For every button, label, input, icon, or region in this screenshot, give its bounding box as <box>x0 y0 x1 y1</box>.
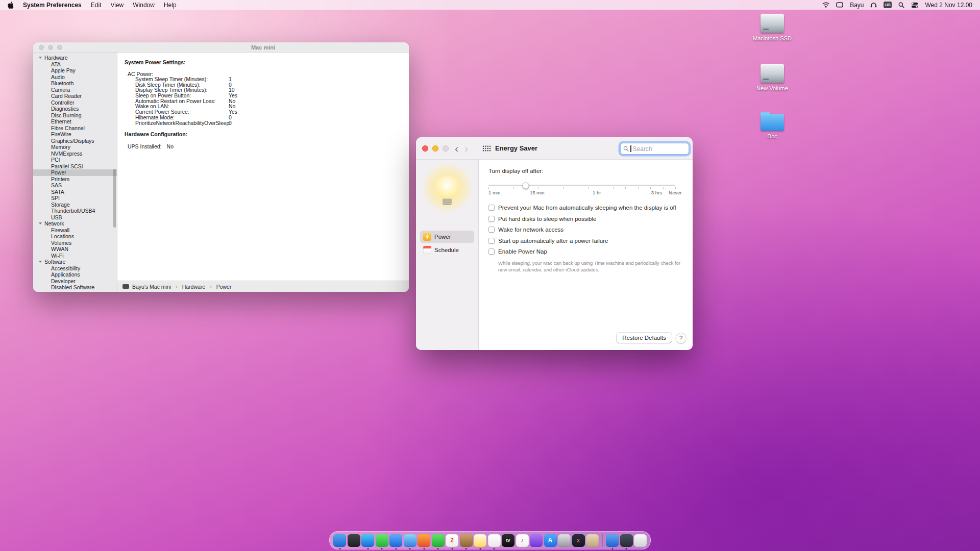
dock-icon-dark-app[interactable]: x <box>572 534 585 547</box>
sidebar-section-software[interactable]: Software <box>33 259 117 265</box>
checkbox-row-put-hard-disks-to[interactable]: Put hard disks to sleep when possible <box>488 216 693 222</box>
close-button[interactable] <box>39 45 44 50</box>
checkbox[interactable] <box>488 216 495 222</box>
menu-edit[interactable]: Edit <box>91 2 102 9</box>
sidebar-scrollbar[interactable] <box>113 169 116 228</box>
dock-icon-mail[interactable] <box>389 534 402 547</box>
dock-icon-system-preferences[interactable] <box>606 534 619 547</box>
sidebar-item-storage[interactable]: Storage <box>33 202 117 208</box>
minimize-button[interactable] <box>432 145 438 152</box>
dock-icon-calendar[interactable]: 2 <box>446 534 458 547</box>
sidebar-item-camera[interactable]: Camera <box>33 87 117 93</box>
zoom-button[interactable] <box>443 145 449 152</box>
menu-help[interactable]: Help <box>164 2 177 9</box>
sidebar-item-developer[interactable]: Developer <box>33 278 117 285</box>
breadcrumb-item-hardware[interactable]: Hardware <box>182 284 206 290</box>
sidebar-item-volumes[interactable]: Volumes <box>33 240 117 246</box>
sidebar-item-controller[interactable]: Controller <box>33 99 117 106</box>
spotlight-icon[interactable] <box>898 2 904 8</box>
menu-system-preferences[interactable]: System Preferences <box>23 2 82 9</box>
disclosure-triangle-icon[interactable] <box>39 222 42 224</box>
sidebar-item-spi[interactable]: SPI <box>33 195 117 202</box>
checkbox[interactable] <box>488 248 495 255</box>
sidebar-item-nvmexpress[interactable]: NVMExpress <box>33 151 117 157</box>
control-center-icon[interactable] <box>911 2 918 8</box>
checkbox-row-wake-for-network-access[interactable]: Wake for network access <box>488 227 693 233</box>
dock-icon-tv[interactable]: tv <box>502 534 514 547</box>
sidebar-item-power[interactable]: Power <box>420 231 474 243</box>
input-source-badge[interactable]: US <box>884 2 892 8</box>
forward-button[interactable]: › <box>464 145 468 152</box>
slider-track[interactable] <box>488 185 675 186</box>
sysinfo-titlebar[interactable]: Mac mini <box>33 42 409 53</box>
sidebar-item-wwan[interactable]: WWAN <box>33 246 117 253</box>
breadcrumb-item-bayu-s-mac-mini[interactable]: Bayu's Mac mini <box>132 284 171 290</box>
sidebar-item-sata[interactable]: SATA <box>33 189 117 195</box>
sidebar-item-firewall[interactable]: Firewall <box>33 227 117 234</box>
display-off-slider[interactable] <box>488 182 675 189</box>
dock-icon-maps[interactable] <box>404 534 416 547</box>
apple-menu-icon[interactable] <box>8 2 14 9</box>
dock-icon-firefox[interactable] <box>418 534 430 547</box>
dock-icon-reminders[interactable] <box>488 534 501 547</box>
sidebar-item-printers[interactable]: Printers <box>33 176 117 183</box>
dock-icon-facetime[interactable] <box>432 534 445 547</box>
breadcrumb-item-power[interactable]: Power <box>216 284 232 290</box>
sidebar-section-hardware[interactable]: Hardware <box>33 55 117 61</box>
display-off-slider-knob[interactable] <box>523 182 529 189</box>
sidebar-item-ata[interactable]: ATA <box>33 61 117 68</box>
sidebar-item-disc-burning[interactable]: Disc Burning <box>33 112 117 119</box>
desktop-icon-doc[interactable]: Doc <box>749 111 795 139</box>
sidebar-item-thunderbolt-usb4[interactable]: Thunderbolt/USB4 <box>33 208 117 214</box>
dock-icon-music[interactable]: ♪ <box>516 534 529 547</box>
sidebar-item-disabled-software[interactable]: Disabled Software <box>33 284 117 291</box>
close-button[interactable] <box>422 145 428 152</box>
sidebar-item-audio[interactable]: Audio <box>33 74 117 81</box>
sidebar-item-memory[interactable]: Memory <box>33 144 117 151</box>
sidebar-item-bluetooth[interactable]: Bluetooth <box>33 80 117 87</box>
menu-bar-clock[interactable]: Wed 2 Nov 12.00 <box>925 2 972 9</box>
sidebar-item-power[interactable]: Power <box>33 169 117 176</box>
dock-icon-safari[interactable] <box>361 534 374 547</box>
sidebar-item-fibre-channel[interactable]: Fibre Channel <box>33 125 117 132</box>
sidebar-section-network[interactable]: Network <box>33 220 117 227</box>
sidebar-item-diagnostics[interactable]: Diagnostics <box>33 106 117 112</box>
show-all-grid-icon[interactable] <box>482 145 491 152</box>
menu-window[interactable]: Window <box>133 2 155 9</box>
disclosure-triangle-icon[interactable] <box>39 57 42 59</box>
sidebar-item-sas[interactable]: SAS <box>33 182 117 189</box>
wifi-icon[interactable] <box>822 2 829 8</box>
dock-icon-messages[interactable] <box>376 534 388 547</box>
back-button[interactable]: ‹ <box>455 145 458 152</box>
sidebar-item-graphics-displays[interactable]: Graphics/Displays <box>33 138 117 144</box>
minimize-button[interactable] <box>48 45 53 50</box>
sidebar-item-firewire[interactable]: FireWire <box>33 131 117 138</box>
sidebar-item-extensions[interactable]: Extensions <box>33 291 117 292</box>
sidebar-item-apple-pay[interactable]: Apple Pay <box>33 67 117 74</box>
sidebar-item-usb[interactable]: USB <box>33 214 117 221</box>
dock-icon-contacts[interactable] <box>460 534 473 547</box>
checkbox-row-start-up-automatically-after[interactable]: Start up automatically after a power fai… <box>488 238 693 244</box>
checkbox[interactable] <box>488 238 495 244</box>
energy-toolbar[interactable]: ‹ › Energy Saver Search <box>416 137 693 160</box>
user-menu[interactable]: Bayu <box>850 2 864 9</box>
checkbox-row-enable-power-nap[interactable]: Enable Power Nap <box>488 248 693 255</box>
restore-defaults-button[interactable]: Restore Defaults <box>617 333 672 343</box>
dock-icon-system-settings-gray[interactable] <box>558 534 571 547</box>
search-input[interactable]: Search <box>620 143 689 155</box>
desktop-icon-new-volume[interactable]: New Volume <box>749 64 795 91</box>
dock-icon-notes[interactable] <box>474 534 486 547</box>
checkbox-row-prevent-your-mac-from[interactable]: Prevent your Mac from automatically slee… <box>488 205 693 211</box>
dock-icon-photo-booth[interactable] <box>586 534 599 547</box>
sidebar-item-schedule[interactable]: Schedule <box>420 244 474 256</box>
disclosure-triangle-icon[interactable] <box>39 261 42 263</box>
zoom-button[interactable] <box>57 45 62 50</box>
dock-icon-podcasts[interactable] <box>530 534 543 547</box>
sidebar-item-ethernet[interactable]: Ethernet <box>33 118 117 125</box>
help-button[interactable]: ? <box>676 333 686 343</box>
dock-icon-minimized-window[interactable] <box>620 534 633 547</box>
sidebar-item-card-reader[interactable]: Card Reader <box>33 93 117 99</box>
sidebar-item-wi-fi[interactable]: Wi-Fi <box>33 253 117 259</box>
dock-icon-finder[interactable] <box>333 534 346 547</box>
dock-icon-launchpad[interactable] <box>348 534 360 547</box>
